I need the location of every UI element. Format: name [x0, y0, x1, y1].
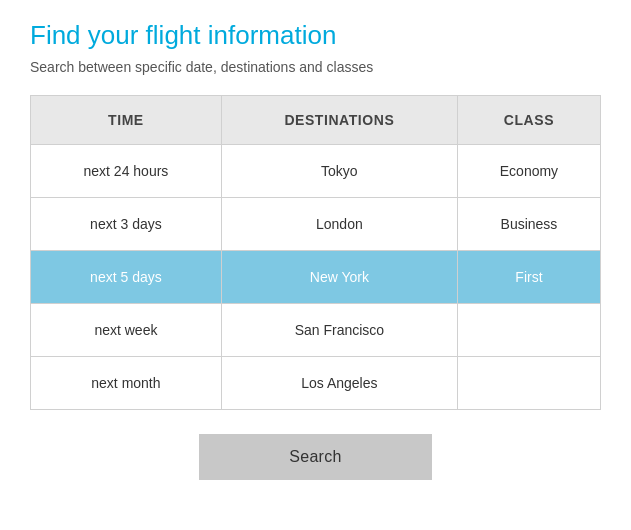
cell-time: next 24 hours [31, 145, 222, 198]
cell-destination: London [221, 198, 457, 251]
cell-class: Economy [457, 145, 600, 198]
cell-destination: Tokyo [221, 145, 457, 198]
cell-time: next 3 days [31, 198, 222, 251]
cell-destination: San Francisco [221, 304, 457, 357]
table-row[interactable]: next 24 hoursTokyoEconomy [31, 145, 601, 198]
table-row[interactable]: next weekSan Francisco [31, 304, 601, 357]
cell-class: Business [457, 198, 600, 251]
page-title: Find your flight information [30, 20, 601, 51]
cell-time: next 5 days [31, 251, 222, 304]
cell-time: next week [31, 304, 222, 357]
cell-destination: New York [221, 251, 457, 304]
table-header-row: TIME DESTINATIONS CLASS [31, 96, 601, 145]
flight-table: TIME DESTINATIONS CLASS next 24 hoursTok… [30, 95, 601, 410]
table-row[interactable]: next 5 daysNew YorkFirst [31, 251, 601, 304]
cell-class [457, 357, 600, 410]
cell-time: next month [31, 357, 222, 410]
cell-class [457, 304, 600, 357]
search-button[interactable]: Search [199, 434, 432, 480]
table-row[interactable]: next monthLos Angeles [31, 357, 601, 410]
cell-destination: Los Angeles [221, 357, 457, 410]
page-subtitle: Search between specific date, destinatio… [30, 59, 601, 75]
col-header-class: CLASS [457, 96, 600, 145]
col-header-destinations: DESTINATIONS [221, 96, 457, 145]
cell-class: First [457, 251, 600, 304]
col-header-time: TIME [31, 96, 222, 145]
table-row[interactable]: next 3 daysLondonBusiness [31, 198, 601, 251]
